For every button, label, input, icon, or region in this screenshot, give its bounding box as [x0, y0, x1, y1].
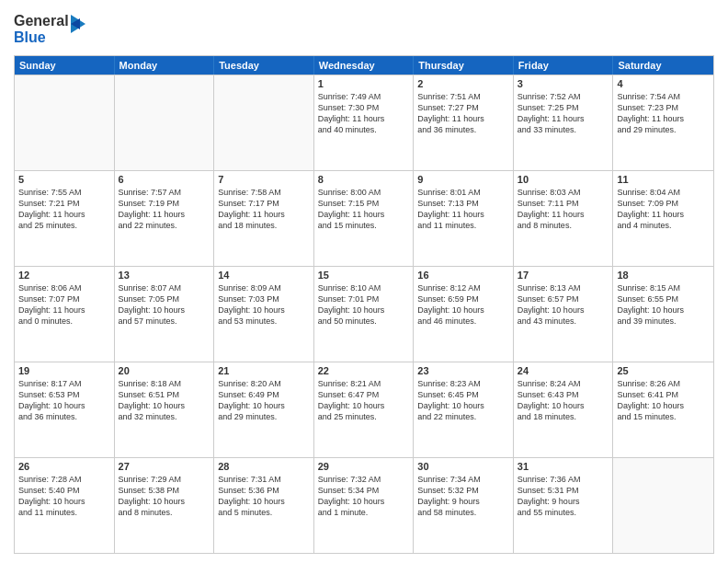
day-info: Sunrise: 8:26 AM Sunset: 6:41 PM Dayligh…	[617, 378, 710, 423]
calendar-cell: 17Sunrise: 8:13 AM Sunset: 6:57 PM Dayli…	[514, 267, 614, 362]
day-info: Sunrise: 7:51 AM Sunset: 7:27 PM Dayligh…	[417, 91, 509, 136]
calendar-cell: 7Sunrise: 7:58 AM Sunset: 7:17 PM Daylig…	[214, 171, 314, 266]
day-info: Sunrise: 8:04 AM Sunset: 7:09 PM Dayligh…	[617, 187, 710, 232]
calendar-cell: 20Sunrise: 8:18 AM Sunset: 6:51 PM Dayli…	[115, 362, 215, 457]
calendar-cell	[613, 458, 713, 553]
svg-text:Blue: Blue	[14, 29, 46, 45]
calendar-row: 1Sunrise: 7:49 AM Sunset: 7:30 PM Daylig…	[15, 75, 713, 170]
day-number: 20	[119, 365, 210, 376]
day-number: 30	[417, 461, 509, 472]
day-info: Sunrise: 8:18 AM Sunset: 6:51 PM Dayligh…	[119, 378, 210, 423]
day-number: 11	[617, 174, 710, 185]
day-info: Sunrise: 8:23 AM Sunset: 6:45 PM Dayligh…	[417, 378, 509, 423]
day-number: 4	[617, 78, 710, 89]
day-info: Sunrise: 7:29 AM Sunset: 5:38 PM Dayligh…	[119, 474, 210, 519]
day-number: 12	[18, 270, 110, 281]
day-number: 28	[218, 461, 310, 472]
weekday-header: Thursday	[414, 56, 514, 75]
day-info: Sunrise: 7:54 AM Sunset: 7:23 PM Dayligh…	[617, 91, 710, 136]
day-number: 29	[318, 461, 410, 472]
day-info: Sunrise: 8:15 AM Sunset: 6:55 PM Dayligh…	[617, 282, 710, 327]
day-info: Sunrise: 8:21 AM Sunset: 6:47 PM Dayligh…	[318, 378, 410, 423]
day-number: 17	[518, 270, 609, 281]
logo-svg: GeneralBlue	[14, 9, 87, 48]
day-info: Sunrise: 8:03 AM Sunset: 7:11 PM Dayligh…	[518, 187, 609, 232]
day-number: 21	[218, 365, 310, 376]
day-info: Sunrise: 8:09 AM Sunset: 7:03 PM Dayligh…	[218, 282, 310, 327]
day-info: Sunrise: 8:06 AM Sunset: 7:07 PM Dayligh…	[18, 282, 110, 327]
calendar-row: 5Sunrise: 7:55 AM Sunset: 7:21 PM Daylig…	[15, 170, 713, 266]
day-number: 10	[518, 174, 609, 185]
day-info: Sunrise: 7:36 AM Sunset: 5:31 PM Dayligh…	[518, 474, 609, 519]
weekday-header: Saturday	[613, 56, 713, 75]
svg-text:General: General	[14, 13, 69, 29]
calendar-header: SundayMondayTuesdayWednesdayThursdayFrid…	[15, 56, 713, 75]
day-number: 22	[318, 365, 410, 376]
day-info: Sunrise: 7:32 AM Sunset: 5:34 PM Dayligh…	[318, 474, 410, 519]
day-info: Sunrise: 8:01 AM Sunset: 7:13 PM Dayligh…	[417, 187, 509, 232]
day-info: Sunrise: 8:20 AM Sunset: 6:49 PM Dayligh…	[218, 378, 310, 423]
calendar-body: 1Sunrise: 7:49 AM Sunset: 7:30 PM Daylig…	[15, 75, 713, 553]
calendar-cell: 14Sunrise: 8:09 AM Sunset: 7:03 PM Dayli…	[214, 267, 314, 362]
day-number: 13	[119, 270, 210, 281]
calendar-cell: 9Sunrise: 8:01 AM Sunset: 7:13 PM Daylig…	[414, 171, 514, 266]
calendar-cell	[15, 75, 115, 170]
calendar-cell: 26Sunrise: 7:28 AM Sunset: 5:40 PM Dayli…	[15, 458, 115, 553]
calendar-cell: 5Sunrise: 7:55 AM Sunset: 7:21 PM Daylig…	[15, 171, 115, 266]
calendar-row: 12Sunrise: 8:06 AM Sunset: 7:07 PM Dayli…	[15, 266, 713, 362]
page-header: GeneralBlue	[14, 9, 714, 48]
calendar-cell: 12Sunrise: 8:06 AM Sunset: 7:07 PM Dayli…	[15, 267, 115, 362]
calendar-cell: 25Sunrise: 8:26 AM Sunset: 6:41 PM Dayli…	[613, 362, 713, 457]
day-info: Sunrise: 7:28 AM Sunset: 5:40 PM Dayligh…	[18, 474, 110, 519]
weekday-header: Friday	[514, 56, 614, 75]
day-number: 26	[18, 461, 110, 472]
calendar-cell: 10Sunrise: 8:03 AM Sunset: 7:11 PM Dayli…	[514, 171, 614, 266]
day-number: 6	[119, 174, 210, 185]
calendar-cell: 27Sunrise: 7:29 AM Sunset: 5:38 PM Dayli…	[115, 458, 215, 553]
day-number: 27	[119, 461, 210, 472]
day-number: 24	[518, 365, 609, 376]
day-number: 1	[318, 78, 410, 89]
day-number: 15	[318, 270, 410, 281]
day-number: 18	[617, 270, 710, 281]
calendar-cell: 8Sunrise: 8:00 AM Sunset: 7:15 PM Daylig…	[314, 171, 415, 266]
day-number: 23	[417, 365, 509, 376]
calendar-row: 26Sunrise: 7:28 AM Sunset: 5:40 PM Dayli…	[15, 457, 713, 553]
day-info: Sunrise: 7:52 AM Sunset: 7:25 PM Dayligh…	[518, 91, 609, 136]
day-number: 16	[417, 270, 509, 281]
calendar-cell: 18Sunrise: 8:15 AM Sunset: 6:55 PM Dayli…	[613, 267, 713, 362]
calendar-cell: 28Sunrise: 7:31 AM Sunset: 5:36 PM Dayli…	[214, 458, 314, 553]
calendar-cell: 19Sunrise: 8:17 AM Sunset: 6:53 PM Dayli…	[15, 362, 115, 457]
weekday-header: Sunday	[15, 56, 115, 75]
weekday-header: Wednesday	[314, 56, 415, 75]
calendar-cell: 24Sunrise: 8:24 AM Sunset: 6:43 PM Dayli…	[514, 362, 614, 457]
logo: GeneralBlue	[14, 9, 87, 48]
day-info: Sunrise: 7:58 AM Sunset: 7:17 PM Dayligh…	[218, 187, 310, 232]
calendar-cell: 13Sunrise: 8:07 AM Sunset: 7:05 PM Dayli…	[115, 267, 215, 362]
calendar-cell: 29Sunrise: 7:32 AM Sunset: 5:34 PM Dayli…	[314, 458, 415, 553]
day-number: 5	[18, 174, 110, 185]
calendar-cell: 3Sunrise: 7:52 AM Sunset: 7:25 PM Daylig…	[514, 75, 614, 170]
day-info: Sunrise: 8:10 AM Sunset: 7:01 PM Dayligh…	[318, 282, 410, 327]
calendar-cell: 31Sunrise: 7:36 AM Sunset: 5:31 PM Dayli…	[514, 458, 614, 553]
calendar-cell: 21Sunrise: 8:20 AM Sunset: 6:49 PM Dayli…	[214, 362, 314, 457]
calendar-cell: 4Sunrise: 7:54 AM Sunset: 7:23 PM Daylig…	[613, 75, 713, 170]
weekday-header: Monday	[115, 56, 215, 75]
calendar-cell	[214, 75, 314, 170]
day-info: Sunrise: 7:34 AM Sunset: 5:32 PM Dayligh…	[417, 474, 509, 519]
calendar-cell: 15Sunrise: 8:10 AM Sunset: 7:01 PM Dayli…	[314, 267, 415, 362]
day-info: Sunrise: 8:12 AM Sunset: 6:59 PM Dayligh…	[417, 282, 509, 327]
calendar-cell: 2Sunrise: 7:51 AM Sunset: 7:27 PM Daylig…	[414, 75, 514, 170]
day-info: Sunrise: 7:55 AM Sunset: 7:21 PM Dayligh…	[18, 187, 110, 232]
day-info: Sunrise: 8:00 AM Sunset: 7:15 PM Dayligh…	[318, 187, 410, 232]
day-number: 8	[318, 174, 410, 185]
day-info: Sunrise: 8:13 AM Sunset: 6:57 PM Dayligh…	[518, 282, 609, 327]
calendar-cell: 16Sunrise: 8:12 AM Sunset: 6:59 PM Dayli…	[414, 267, 514, 362]
day-number: 19	[18, 365, 110, 376]
calendar-cell: 11Sunrise: 8:04 AM Sunset: 7:09 PM Dayli…	[613, 171, 713, 266]
weekday-header: Tuesday	[214, 56, 314, 75]
day-number: 3	[518, 78, 609, 89]
calendar-cell: 23Sunrise: 8:23 AM Sunset: 6:45 PM Dayli…	[414, 362, 514, 457]
calendar-cell: 22Sunrise: 8:21 AM Sunset: 6:47 PM Dayli…	[314, 362, 415, 457]
calendar-cell: 30Sunrise: 7:34 AM Sunset: 5:32 PM Dayli…	[414, 458, 514, 553]
